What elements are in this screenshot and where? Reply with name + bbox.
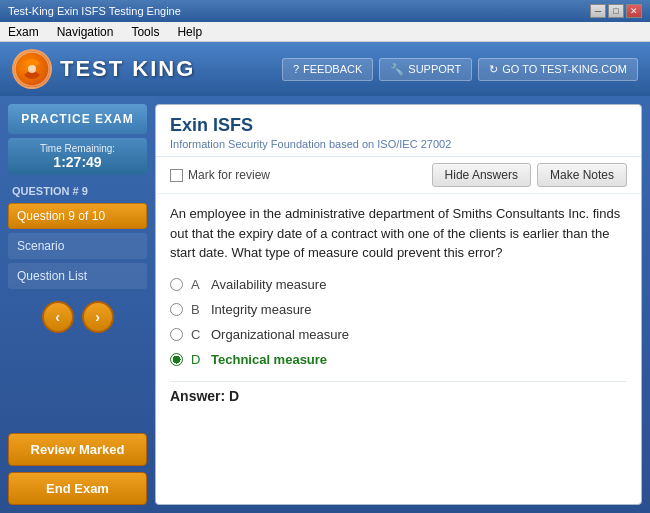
menu-exam[interactable]: Exam — [4, 25, 43, 39]
sidebar-item-scenario[interactable]: Scenario — [8, 233, 147, 259]
review-marked-button[interactable]: Review Marked — [8, 433, 147, 466]
menu-help[interactable]: Help — [173, 25, 206, 39]
mark-review-checkbox[interactable] — [170, 169, 183, 182]
practice-exam-button[interactable]: PRACTICE EXAM — [8, 104, 147, 134]
time-value: 1:27:49 — [13, 154, 142, 170]
option-c-text: Organizational measure — [211, 327, 349, 342]
toolbar-buttons: Hide Answers Make Notes — [432, 163, 627, 187]
sidebar-item-question-of[interactable]: Question 9 of 10 — [8, 203, 147, 229]
radio-d[interactable] — [170, 353, 183, 366]
window-titlebar: Test-King Exin ISFS Testing Engine ─ □ ✕ — [0, 0, 650, 22]
question-subtitle: Information Security Foundation based on… — [170, 138, 627, 150]
option-c-letter: C — [191, 327, 203, 342]
logo-icon — [12, 49, 52, 89]
question-section-label: QUESTION # 9 — [8, 179, 147, 199]
window-title: Test-King Exin ISFS Testing Engine — [8, 5, 181, 17]
question-body: An employee in the administrative depart… — [156, 194, 641, 504]
goto-icon: ↻ — [489, 63, 498, 76]
prev-button[interactable]: ‹ — [42, 301, 74, 333]
option-b-letter: B — [191, 302, 203, 317]
svg-point-1 — [28, 65, 36, 73]
feedback-button[interactable]: ? FEEDBACK — [282, 58, 373, 81]
goto-testking-button[interactable]: ↻ GO TO TEST-KING.COM — [478, 58, 638, 81]
make-notes-button[interactable]: Make Notes — [537, 163, 627, 187]
time-label: Time Remaining: — [13, 143, 142, 154]
sidebar-item-question-list[interactable]: Question List — [8, 263, 147, 289]
support-button[interactable]: 🔧 SUPPORT — [379, 58, 472, 81]
time-remaining-box: Time Remaining: 1:27:49 — [8, 138, 147, 175]
app-body: TEST KING ? FEEDBACK 🔧 SUPPORT ↻ GO TO T… — [0, 42, 650, 513]
option-a-text: Availability measure — [211, 277, 326, 292]
content-area: PRACTICE EXAM Time Remaining: 1:27:49 QU… — [0, 96, 650, 513]
maximize-button[interactable]: □ — [608, 4, 624, 18]
menu-navigation[interactable]: Navigation — [53, 25, 118, 39]
option-c[interactable]: C Organizational measure — [170, 327, 627, 342]
option-a[interactable]: A Availability measure — [170, 277, 627, 292]
menubar: Exam Navigation Tools Help — [0, 22, 650, 42]
logo-text: TEST KING — [60, 56, 195, 82]
option-b-text: Integrity measure — [211, 302, 311, 317]
option-d-text: Technical measure — [211, 352, 327, 367]
question-toolbar: Mark for review Hide Answers Make Notes — [156, 157, 641, 194]
question-header: Exin ISFS Information Security Foundatio… — [156, 105, 641, 157]
sidebar: PRACTICE EXAM Time Remaining: 1:27:49 QU… — [0, 96, 155, 513]
question-title: Exin ISFS — [170, 115, 627, 136]
option-b[interactable]: B Integrity measure — [170, 302, 627, 317]
nav-arrows: ‹ › — [8, 293, 147, 341]
feedback-icon: ? — [293, 63, 299, 75]
sidebar-bottom: Review Marked End Exam — [8, 433, 147, 505]
option-d-letter: D — [191, 352, 203, 367]
support-icon: 🔧 — [390, 63, 404, 76]
option-d[interactable]: D Technical measure — [170, 352, 627, 367]
radio-a[interactable] — [170, 278, 183, 291]
radio-b[interactable] — [170, 303, 183, 316]
app-header: TEST KING ? FEEDBACK 🔧 SUPPORT ↻ GO TO T… — [0, 42, 650, 96]
minimize-button[interactable]: ─ — [590, 4, 606, 18]
main-content: Exin ISFS Information Security Foundatio… — [155, 104, 642, 505]
logo-area: TEST KING — [12, 49, 195, 89]
radio-c[interactable] — [170, 328, 183, 341]
window-controls: ─ □ ✕ — [590, 4, 642, 18]
option-a-letter: A — [191, 277, 203, 292]
options-list: A Availability measure B Integrity measu… — [170, 277, 627, 367]
top-nav: ? FEEDBACK 🔧 SUPPORT ↻ GO TO TEST-KING.C… — [282, 58, 638, 81]
mark-review-label: Mark for review — [188, 168, 270, 182]
answer-line: Answer: D — [170, 381, 627, 404]
menu-tools[interactable]: Tools — [127, 25, 163, 39]
question-text: An employee in the administrative depart… — [170, 204, 627, 263]
end-exam-button[interactable]: End Exam — [8, 472, 147, 505]
next-button[interactable]: › — [82, 301, 114, 333]
mark-review-area[interactable]: Mark for review — [170, 168, 270, 182]
hide-answers-button[interactable]: Hide Answers — [432, 163, 531, 187]
close-button[interactable]: ✕ — [626, 4, 642, 18]
